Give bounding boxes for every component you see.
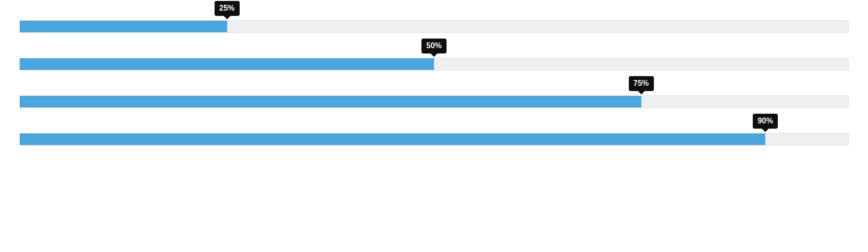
progress-tooltip-label: 50% [426,41,442,50]
progress-bar-track: 75% [19,95,849,108]
progress-tooltip: 25% [214,1,239,16]
progress-bar-row: 75% [19,70,849,108]
progress-tooltip-label: 90% [758,117,773,125]
progress-bar-row: 90% [19,108,849,146]
progress-bar-fill [20,133,765,145]
progress-tooltip: 75% [628,76,653,91]
progress-tooltip: 90% [753,114,778,129]
progress-tooltip-label: 75% [633,79,649,87]
progress-bar-track: 90% [19,133,849,146]
progress-bar-fill [20,21,227,32]
progress-tooltip: 50% [421,39,447,53]
progress-bar-track: 25% [19,20,849,33]
progress-bar-row: 25% [19,0,849,33]
progress-bar-row: 50% [19,33,849,70]
progress-bar-fill [20,96,641,107]
progress-tooltip-label: 25% [219,4,234,12]
progress-bar-track: 50% [19,58,849,70]
progress-bars-container: 25% 50% 75% 90% [0,0,868,252]
progress-bar-fill [20,58,434,70]
